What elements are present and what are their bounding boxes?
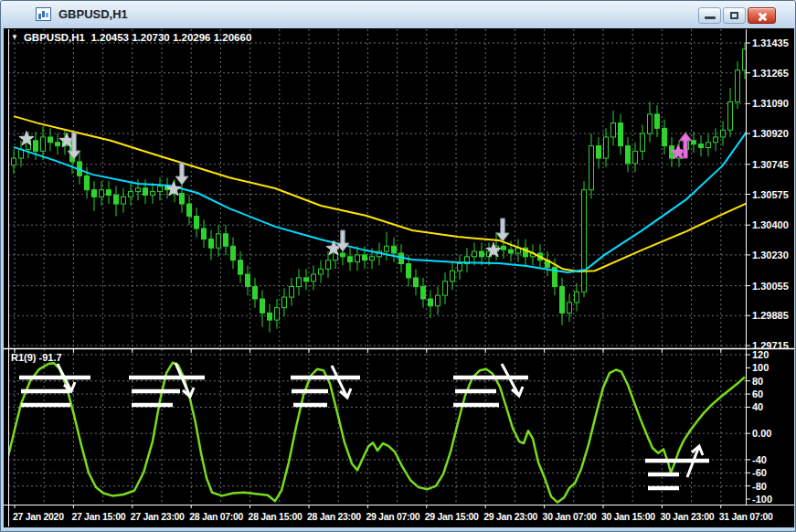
time-tick-label: 29 Jan 07:00 [366, 511, 419, 522]
icon-bar [42, 11, 45, 17]
candle-body [509, 250, 514, 253]
candle-body [195, 217, 199, 229]
grid-layer [8, 29, 747, 505]
minimize-button[interactable] [698, 7, 721, 24]
candle-body [34, 141, 38, 152]
candle-body [429, 299, 433, 306]
candle-body [348, 257, 353, 262]
candle-body [699, 144, 704, 148]
candle-body [714, 137, 718, 143]
indicator-tick-label: 100 [752, 362, 769, 373]
candle-body [641, 133, 645, 151]
candle-body [41, 137, 46, 151]
candle-body [414, 278, 419, 287]
price-tick-label: 1.31435 [752, 37, 789, 48]
time-tick-label: 27 Jan 2020 [13, 511, 64, 522]
candle-body [260, 299, 265, 313]
candle-body [209, 239, 214, 249]
candle-body [560, 287, 565, 314]
candle-body [721, 130, 726, 137]
candle-body [312, 274, 316, 282]
price-tick-label: 1.31265 [752, 68, 789, 79]
indicator-tick-label: 60 [752, 388, 763, 399]
price-tick-label: 1.30745 [752, 159, 789, 170]
time-tick-label: 27 Jan 23:00 [131, 511, 185, 522]
candle-body [180, 194, 185, 205]
candle-body [655, 114, 660, 128]
candle-body [275, 308, 280, 320]
icon-bar [46, 13, 48, 17]
icon-bar [38, 14, 41, 19]
indicator-tick-label: 0.00 [752, 428, 771, 439]
candle-body [326, 261, 331, 270]
candle-body [158, 186, 163, 192]
candle-body [114, 195, 119, 204]
candle-body [319, 269, 324, 274]
candle-body [187, 204, 192, 216]
candle-body [443, 282, 448, 295]
candle-body [575, 292, 579, 303]
window-title: GBPUSD,H1 [58, 7, 128, 21]
candle-body [202, 229, 207, 239]
time-tick-label: 30 Jan 07:00 [543, 511, 597, 522]
candle-body [239, 261, 243, 274]
indicator-tick-label: -60 [752, 467, 767, 478]
time-tick-label: 27 Jan 15:00 [71, 511, 125, 522]
annotation-arrow-shaft [332, 366, 347, 398]
candle-body [589, 146, 594, 190]
indicator-tick-label: 80 [752, 376, 763, 387]
collapse-chevron-icon[interactable]: ▼ [11, 34, 18, 41]
candle-body [136, 188, 141, 192]
candle-body [626, 146, 631, 164]
restore-icon [730, 12, 738, 19]
candle-body [129, 192, 133, 197]
candle-body [451, 271, 455, 282]
candle-body [92, 190, 97, 197]
price-tick-label: 1.30055 [752, 281, 789, 292]
candle-body [436, 295, 440, 306]
candle-body [100, 190, 104, 197]
indicator-label: R1(9) -91.7 [11, 352, 62, 363]
candle-body [107, 190, 111, 196]
candle-body [597, 146, 601, 158]
candle-body [706, 143, 711, 148]
candle-body [341, 253, 345, 257]
chart-canvas[interactable]: 1.314351.312651.310901.309201.307451.305… [1, 1, 796, 532]
candle-body [85, 176, 90, 189]
price-tick-label: 1.29885 [752, 310, 789, 321]
price-axis: 1.314351.312651.310901.309201.307451.305… [747, 37, 789, 351]
candle-body [407, 264, 411, 278]
candle-body [568, 303, 572, 314]
time-tick-label: 28 Jan 07:00 [189, 511, 243, 522]
candle-body [385, 246, 389, 251]
chart-window-icon [36, 7, 51, 21]
price-tick-label: 1.30230 [752, 250, 789, 261]
indicator-tick-label: 120 [752, 349, 769, 360]
price-tick-label: 1.30400 [752, 219, 789, 230]
candle-body [619, 123, 623, 146]
candle-body [421, 287, 426, 299]
titlebar[interactable]: GBPUSD,H1 [1, 1, 795, 28]
close-button[interactable] [748, 7, 776, 24]
sell-arrow-marker [175, 163, 188, 185]
candle-body [663, 128, 667, 145]
price-tick-label: 1.31090 [752, 98, 789, 109]
candle-body [304, 278, 309, 282]
candle-body [224, 234, 228, 246]
annotation-arrow-shaft [502, 364, 519, 396]
candle-body [480, 251, 484, 257]
symbol-ohlc-text: GBPUSD,H1 1.20453 1.20730 1.20296 1.2066… [24, 32, 251, 43]
restore-button[interactable] [723, 7, 746, 24]
candle-body [282, 297, 287, 308]
minimize-icon [705, 16, 716, 19]
time-tick-label: 30 Jan 23:00 [660, 511, 714, 522]
candle-body [217, 234, 221, 248]
time-tick-label: 28 Jan 23:00 [307, 511, 361, 522]
candle-body [370, 257, 375, 261]
candle-body [582, 190, 587, 293]
candles-layer [12, 43, 748, 333]
candle-body [363, 255, 367, 261]
candle-body [648, 114, 653, 133]
sell-arrow-marker [496, 218, 509, 241]
candle-body [611, 123, 616, 137]
